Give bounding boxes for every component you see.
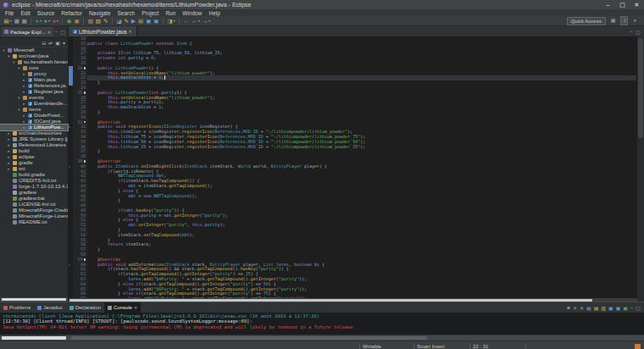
- terminate-icon[interactable]: ■: [567, 305, 570, 310]
- search-icon[interactable]: ◨▾: [166, 17, 176, 25]
- run-external-tools-icon[interactable]: ●▾: [51, 17, 59, 25]
- tree-item-register-java[interactable]: ▸JRegister.java: [0, 89, 68, 95]
- pin-console-icon[interactable]: ▣: [608, 305, 613, 311]
- tree-item-main-java[interactable]: ▸JMain.java: [0, 77, 68, 83]
- tree-expander-icon[interactable]: ▸: [22, 113, 26, 119]
- open-folder-icon[interactable]: ▨: [86, 17, 94, 25]
- maximize-button[interactable]: ▢: [615, 0, 630, 9]
- open-resource-icon[interactable]: ▨: [94, 17, 102, 25]
- menu-run[interactable]: Run: [165, 10, 175, 16]
- save-all-icon[interactable]: ▩: [20, 17, 28, 25]
- tree-item-src-main-java[interactable]: ▾src/main/java: [0, 53, 68, 59]
- menu-navigate[interactable]: Navigate: [89, 10, 111, 16]
- tree-item-items[interactable]: ▾items: [0, 107, 68, 113]
- package-explorer-tab[interactable]: Package Expl... ✕: [2, 27, 53, 36]
- focus-task-icon[interactable]: ▣: [55, 40, 60, 46]
- tree-item-eclipse[interactable]: ▸eclipse: [0, 154, 68, 160]
- debug-icon[interactable]: ●▾: [34, 17, 42, 25]
- tree-item-forge-1-7-10-10-13-4-161-[interactable]: forge-1.7.10-10.13.4.161...: [0, 184, 68, 190]
- quick-access-box[interactable]: Quick Access: [567, 17, 606, 25]
- console-tab-console[interactable]: Console✕: [104, 302, 141, 313]
- back-icon[interactable]: ←▾: [191, 17, 202, 25]
- tree-expander-icon[interactable]: ▸: [22, 71, 26, 77]
- overview-ruler[interactable]: [636, 36, 644, 302]
- menu-search[interactable]: Search: [118, 10, 136, 16]
- tree-item-gradle[interactable]: ▸gradle: [0, 160, 68, 166]
- tree-item-minecraftforge-license-[interactable]: MinecraftForge-License...: [0, 213, 68, 219]
- skip-breakpoints-icon[interactable]: ▶: [130, 17, 137, 25]
- tree-expander-icon[interactable]: ▸: [22, 119, 26, 125]
- tree-expander-icon[interactable]: ▾: [17, 65, 21, 71]
- tree-expander-icon[interactable]: ▸: [7, 160, 11, 166]
- tree-item-minecraft[interactable]: ▾Minecraft: [0, 47, 68, 53]
- remove-launch-icon[interactable]: ✕: [573, 305, 577, 311]
- status-notification-icon[interactable]: [635, 344, 641, 349]
- tree-item-gradlew[interactable]: gradlew: [0, 190, 68, 196]
- tree-item-build[interactable]: ▸build: [0, 148, 68, 154]
- java-perspective-icon[interactable]: J: [620, 16, 628, 25]
- tree-item-core[interactable]: ▾core: [0, 65, 68, 71]
- tree-expander-icon[interactable]: ▸: [7, 142, 11, 148]
- editor-tab-lithiumpowder[interactable]: J LithiumPowder.java ✕: [69, 26, 137, 36]
- open-perspective-icon[interactable]: ▦: [609, 17, 618, 25]
- menu-refactor[interactable]: Refactor: [61, 10, 82, 16]
- close-icon[interactable]: ✕: [47, 30, 51, 35]
- tree-expander-icon[interactable]: ▸: [7, 166, 11, 172]
- close-button[interactable]: ✕: [630, 0, 644, 9]
- minimize-view-icon[interactable]: –: [630, 305, 633, 310]
- tree-expander-icon[interactable]: ▾: [17, 107, 21, 113]
- run-icon[interactable]: ●▾: [42, 17, 51, 25]
- tree-item-src-main-resources[interactable]: ▸src/main/resources: [0, 130, 68, 136]
- console-tab-javadoc[interactable]: Javadoc: [34, 302, 65, 313]
- tree-item-events[interactable]: ▾events: [0, 95, 68, 101]
- tree-item-referenced-libraries[interactable]: ▸Referenced Libraries: [0, 142, 68, 148]
- tree-item-proxy[interactable]: ▸proxy: [0, 71, 68, 77]
- code-editor[interactable]: 1415public class LithiumPowder extends I…: [69, 36, 637, 298]
- tree-item-idcard-java[interactable]: ▸JIDCard.java: [0, 119, 68, 125]
- debug-perspective-icon[interactable]: ●: [631, 17, 638, 25]
- view-menu-icon[interactable]: ▾: [63, 40, 65, 46]
- forward-icon[interactable]: →▾: [201, 17, 212, 25]
- tree-item-license-fml-txt[interactable]: LICENSE-fml.txt: [0, 202, 68, 208]
- new-java-package-icon[interactable]: ▣: [73, 17, 80, 25]
- clear-console-icon[interactable]: ▤: [586, 305, 591, 311]
- word-wrap-icon[interactable]: ▥: [601, 305, 606, 311]
- tree-item-references-ja-[interactable]: ▸JReferences.ja...: [0, 83, 68, 89]
- tree-expander-icon[interactable]: ▾: [7, 53, 11, 59]
- tree-item-credits-fml-txt[interactable]: CREDITS-fml.txt: [0, 178, 68, 184]
- edit-pencil-icon[interactable]: ✎: [102, 17, 108, 25]
- save-icon[interactable]: ▦: [13, 17, 20, 25]
- tree-expander-icon[interactable]: ▸: [22, 101, 26, 107]
- console-tab-declaration[interactable]: Declaration: [66, 302, 104, 313]
- tree-expander-icon[interactable]: ▸: [7, 136, 11, 142]
- build-all-icon[interactable]: ▤: [137, 17, 145, 25]
- menu-file[interactable]: File: [5, 10, 14, 16]
- minimize-view-icon[interactable]: –: [55, 29, 58, 35]
- open-console-dropdown-icon[interactable]: ▣: [623, 305, 628, 311]
- remove-all-launches-icon[interactable]: ✕: [580, 305, 584, 311]
- next-annotation-icon[interactable]: ◪: [115, 17, 123, 25]
- console-output[interactable]: [12:50:30] [Client thread/INFO] [STDOUT]…: [0, 319, 644, 330]
- tree-item-lithiumpow-[interactable]: ▸JLithiumPow...: [0, 125, 68, 130]
- tree-expander-icon[interactable]: ▸: [22, 89, 26, 95]
- new-java-class-icon[interactable]: ◉: [65, 17, 73, 25]
- tree-expander-icon[interactable]: ▸: [22, 77, 26, 83]
- close-icon[interactable]: ✕: [134, 305, 137, 310]
- open-task-icon[interactable]: ▣: [153, 17, 160, 25]
- tree-expander-icon[interactable]: ▸: [22, 125, 26, 130]
- tree-expander-icon[interactable]: ▸: [22, 83, 26, 89]
- collapse-all-icon[interactable]: ⊟: [42, 40, 46, 46]
- display-selected-console-icon[interactable]: ▣: [616, 305, 621, 311]
- tree-item-diodepowd-[interactable]: ▸JDiodePowd...: [0, 113, 68, 119]
- maximize-view-icon[interactable]: ▢: [636, 305, 641, 311]
- last-edit-location-icon[interactable]: ←: [182, 17, 191, 25]
- mark-occurrences-icon[interactable]: ✎: [123, 17, 130, 25]
- sidebar-hscroll-thumb[interactable]: [2, 298, 66, 301]
- tree-expander-icon[interactable]: ▾: [17, 95, 21, 101]
- maximize-view-icon[interactable]: ▢: [636, 29, 641, 35]
- tree-expander-icon[interactable]: ▸: [7, 154, 11, 160]
- tree-expander-icon[interactable]: ▸: [7, 130, 11, 136]
- sidebar-hscroll-thumb[interactable]: [2, 336, 66, 340]
- tree-item-readme-txt[interactable]: README.txt: [0, 219, 68, 225]
- scroll-lock-icon[interactable]: ▤: [594, 305, 599, 311]
